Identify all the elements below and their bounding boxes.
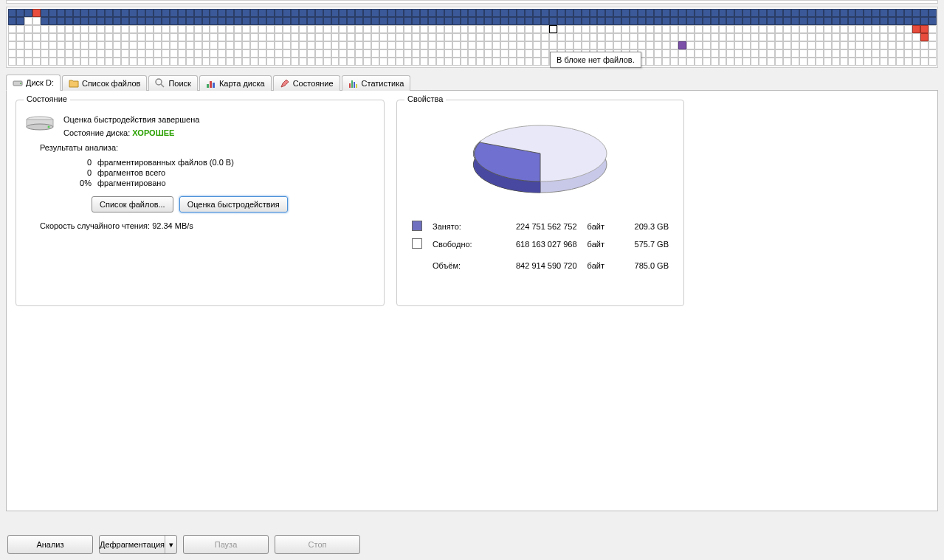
map-cell[interactable] bbox=[929, 9, 937, 17]
map-cell[interactable] bbox=[759, 33, 767, 41]
map-cell[interactable] bbox=[678, 41, 686, 49]
map-cell[interactable] bbox=[726, 58, 734, 66]
map-cell[interactable] bbox=[396, 17, 404, 25]
map-cell[interactable] bbox=[573, 33, 582, 41]
map-cell[interactable] bbox=[113, 41, 121, 49]
map-cell[interactable] bbox=[210, 49, 218, 58]
map-cell[interactable] bbox=[621, 9, 630, 17]
map-cell[interactable] bbox=[711, 58, 719, 66]
map-cell[interactable] bbox=[444, 17, 452, 25]
map-cell[interactable] bbox=[751, 58, 759, 66]
analyze-button[interactable]: Анализ bbox=[7, 535, 93, 554]
map-cell[interactable] bbox=[855, 9, 864, 17]
map-cell[interactable] bbox=[767, 41, 775, 49]
map-cell[interactable] bbox=[864, 33, 872, 41]
map-cell[interactable] bbox=[8, 49, 16, 58]
map-cell[interactable] bbox=[670, 58, 678, 66]
map-cell[interactable] bbox=[799, 41, 807, 49]
map-cell[interactable] bbox=[170, 33, 178, 41]
map-cell[interactable] bbox=[832, 49, 840, 58]
map-cell[interactable] bbox=[137, 33, 145, 41]
map-cell[interactable] bbox=[32, 41, 41, 49]
map-cell[interactable] bbox=[412, 25, 420, 33]
map-cell[interactable] bbox=[49, 41, 57, 49]
map-cell[interactable] bbox=[613, 33, 621, 41]
map-cell[interactable] bbox=[597, 25, 605, 33]
map-cell[interactable] bbox=[226, 9, 234, 17]
map-cell[interactable] bbox=[404, 17, 412, 25]
map-cell[interactable] bbox=[904, 9, 912, 17]
map-cell[interactable] bbox=[767, 33, 775, 41]
map-cell[interactable] bbox=[549, 9, 557, 17]
map-cell[interactable] bbox=[452, 58, 461, 66]
map-cell[interactable] bbox=[783, 25, 791, 33]
map-cell[interactable] bbox=[412, 58, 420, 66]
map-cell[interactable] bbox=[57, 41, 65, 49]
map-cell[interactable] bbox=[371, 49, 379, 58]
map-cell[interactable] bbox=[347, 25, 355, 33]
map-cell[interactable] bbox=[597, 33, 605, 41]
map-cell[interactable] bbox=[412, 41, 420, 49]
map-cell[interactable] bbox=[654, 58, 662, 66]
map-cell[interactable] bbox=[452, 49, 461, 58]
map-cell[interactable] bbox=[387, 9, 396, 17]
map-cell[interactable] bbox=[452, 41, 461, 49]
map-cell[interactable] bbox=[145, 41, 154, 49]
map-cell[interactable] bbox=[525, 33, 533, 41]
map-cell[interactable] bbox=[533, 33, 541, 41]
map-cell[interactable] bbox=[840, 41, 848, 49]
map-cell[interactable] bbox=[266, 49, 275, 58]
map-cell[interactable] bbox=[888, 58, 896, 66]
map-cell[interactable] bbox=[113, 33, 121, 41]
map-cell[interactable] bbox=[436, 25, 444, 33]
map-cell[interactable] bbox=[646, 33, 654, 41]
map-cell[interactable] bbox=[872, 17, 880, 25]
map-cell[interactable] bbox=[202, 17, 210, 25]
map-cell[interactable] bbox=[888, 33, 896, 41]
map-cell[interactable] bbox=[250, 17, 258, 25]
map-cell[interactable] bbox=[347, 58, 355, 66]
map-cell[interactable] bbox=[452, 33, 461, 41]
map-cell[interactable] bbox=[371, 33, 379, 41]
map-cell[interactable] bbox=[670, 33, 678, 41]
map-cell[interactable] bbox=[686, 25, 695, 33]
map-cell[interactable] bbox=[250, 49, 258, 58]
map-cell[interactable] bbox=[872, 41, 880, 49]
map-cell[interactable] bbox=[339, 41, 347, 49]
map-cell[interactable] bbox=[32, 9, 41, 17]
map-cell[interactable] bbox=[8, 25, 16, 33]
map-cell[interactable] bbox=[573, 17, 582, 25]
map-cell[interactable] bbox=[16, 41, 24, 49]
map-cell[interactable] bbox=[178, 25, 186, 33]
map-cell[interactable] bbox=[767, 49, 775, 58]
map-cell[interactable] bbox=[49, 49, 57, 58]
map-cell[interactable] bbox=[743, 9, 751, 17]
map-cell[interactable] bbox=[719, 33, 727, 41]
map-cell[interactable] bbox=[32, 25, 41, 33]
map-cell[interactable] bbox=[242, 25, 250, 33]
map-cell[interactable] bbox=[743, 58, 751, 66]
map-cell[interactable] bbox=[597, 9, 605, 17]
map-cell[interactable] bbox=[872, 9, 880, 17]
map-cell[interactable] bbox=[759, 17, 767, 25]
map-cell[interactable] bbox=[630, 9, 638, 17]
map-cell[interactable] bbox=[920, 49, 929, 58]
map-cell[interactable] bbox=[840, 49, 848, 58]
map-cell[interactable] bbox=[832, 33, 840, 41]
map-cell[interactable] bbox=[791, 49, 799, 58]
map-cell[interactable] bbox=[162, 58, 170, 66]
map-cell[interactable] bbox=[719, 58, 727, 66]
map-cell[interactable] bbox=[137, 9, 145, 17]
defrag-button[interactable]: Дефрагментация ▾ bbox=[99, 535, 177, 554]
map-cell[interactable] bbox=[89, 33, 97, 41]
map-cell[interactable] bbox=[509, 17, 517, 25]
map-cell[interactable] bbox=[89, 9, 97, 17]
map-cell[interactable] bbox=[670, 9, 678, 17]
map-cell[interactable] bbox=[283, 49, 291, 58]
map-cell[interactable] bbox=[872, 33, 880, 41]
map-cell[interactable] bbox=[8, 17, 16, 25]
map-cell[interactable] bbox=[452, 25, 461, 33]
map-cell[interactable] bbox=[323, 9, 331, 17]
map-cell[interactable] bbox=[283, 41, 291, 49]
map-cell[interactable] bbox=[646, 58, 654, 66]
